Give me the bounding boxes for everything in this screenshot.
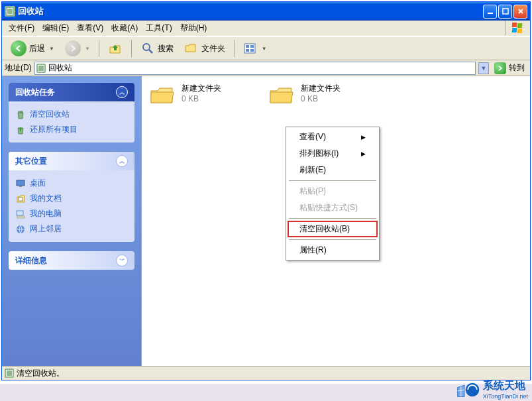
panel-tasks-header[interactable]: 回收站任务 ︽ <box>9 83 134 101</box>
toolbar: 后退 ▼ ▼ 搜索 文件夹 ▼ <box>2 36 530 60</box>
context-refresh[interactable]: 刷新(E) <box>288 162 378 178</box>
minimize-button[interactable] <box>483 5 497 19</box>
views-button[interactable]: ▼ <box>239 38 272 58</box>
back-label: 后退 <box>29 43 45 54</box>
back-arrow-icon <box>11 40 27 56</box>
forward-dropdown-icon[interactable]: ▼ <box>85 46 90 52</box>
panel-tasks: 回收站任务 ︽ 清空回收站 还原所有项目 <box>9 83 134 143</box>
submenu-arrow-icon: ▶ <box>361 134 366 141</box>
menu-edit[interactable]: 编辑(E) <box>38 21 73 35</box>
documents-icon <box>15 194 26 204</box>
context-properties[interactable]: 属性(R) <box>288 242 378 258</box>
network-icon <box>15 224 26 235</box>
folders-icon <box>184 41 199 56</box>
forward-arrow-icon <box>65 40 81 56</box>
svg-rect-13 <box>17 216 25 218</box>
expand-icon[interactable]: ︾ <box>116 255 128 266</box>
folders-button[interactable]: 文件夹 <box>180 38 230 58</box>
watermark: 系统天地 XiTongTianDi.net <box>456 379 528 400</box>
svg-rect-10 <box>19 186 22 187</box>
folders-label: 文件夹 <box>201 43 225 54</box>
window-buttons <box>483 5 527 19</box>
svg-rect-6 <box>246 49 249 52</box>
file-name: 新建文件夹 <box>301 83 341 94</box>
addressbar: 地址(D) 回收站 ▼ 转到 <box>2 60 530 76</box>
panel-details: 详细信息 ︾ <box>9 251 134 270</box>
sidebar-item-label: 网上邻居 <box>30 223 62 235</box>
file-item[interactable]: 新建文件夹 0 KB <box>266 82 372 108</box>
maximize-button[interactable] <box>498 5 512 19</box>
back-button[interactable]: 后退 ▼ <box>6 38 59 59</box>
search-icon <box>140 41 155 56</box>
panel-tasks-title: 回收站任务 <box>15 87 55 98</box>
menu-file[interactable]: 文件(F) <box>5 21 38 35</box>
go-label: 转到 <box>509 62 525 74</box>
svg-rect-12 <box>17 211 23 215</box>
address-dropdown-button[interactable]: ▼ <box>478 62 489 74</box>
sidebar-item-documents[interactable]: 我的文档 <box>15 191 128 206</box>
views-dropdown-icon[interactable]: ▼ <box>262 46 267 52</box>
svg-rect-0 <box>488 13 493 14</box>
sidebar-item-label: 我的文档 <box>30 193 62 204</box>
sidebar-item-restore-all[interactable]: 还原所有项目 <box>15 122 128 137</box>
address-field[interactable]: 回收站 <box>34 62 476 75</box>
context-menu: 查看(V) ▶ 排列图标(I) ▶ 刷新(E) 粘贴(P) 粘贴快捷方式(S) … <box>286 127 380 260</box>
separator <box>131 40 132 57</box>
separator <box>99 40 99 57</box>
sidebar-item-desktop[interactable]: 桌面 <box>15 176 128 191</box>
svg-point-2 <box>143 44 150 50</box>
file-meta: 0 KB <box>301 94 341 103</box>
watermark-logo-icon <box>456 380 480 400</box>
sidebar-item-empty-recycle[interactable]: 清空回收站 <box>15 107 128 122</box>
menu-help[interactable]: 帮助(H) <box>176 21 211 35</box>
up-folder-icon <box>108 41 123 56</box>
svg-rect-1 <box>503 9 508 14</box>
address-value: 回收站 <box>48 62 474 74</box>
go-button[interactable]: 转到 <box>492 62 527 74</box>
bottom-strip <box>0 384 532 401</box>
svg-rect-8 <box>19 111 23 113</box>
back-dropdown-icon[interactable]: ▼ <box>49 46 54 52</box>
computer-icon <box>15 209 26 219</box>
sidebar-item-computer[interactable]: 我的电脑 <box>15 206 128 221</box>
file-meta: 0 KB <box>182 94 221 103</box>
menubar: 文件(F) 编辑(E) 查看(V) 收藏(A) 工具(T) 帮助(H) <box>2 21 530 36</box>
windows-logo-icon <box>505 21 529 35</box>
sidebar-item-network[interactable]: 网上邻居 <box>15 221 128 237</box>
sidebar-item-label: 我的电脑 <box>30 208 62 219</box>
sidebar-item-label: 清空回收站 <box>30 109 70 120</box>
up-button[interactable] <box>103 38 127 58</box>
panel-details-title: 详细信息 <box>15 255 47 266</box>
explorer-window: 回收站 文件(F) 编辑(E) 查看(V) 收藏(A) 工具(T) 帮助(H) … <box>1 1 531 380</box>
status-text: 清空回收站。 <box>17 368 64 379</box>
forward-button[interactable]: ▼ <box>60 38 95 59</box>
panel-places-header[interactable]: 其它位置 ︽ <box>9 152 134 170</box>
recycle-bin-icon <box>5 6 15 17</box>
svg-rect-9 <box>17 180 25 186</box>
menu-favorites[interactable]: 收藏(A) <box>107 21 142 35</box>
titlebar[interactable]: 回收站 <box>2 2 530 21</box>
file-item[interactable]: 新建文件夹 0 KB <box>147 82 253 108</box>
menu-separator <box>289 180 376 181</box>
menu-view[interactable]: 查看(V) <box>73 21 107 35</box>
recycle-bin-icon <box>15 109 26 120</box>
collapse-icon[interactable]: ︽ <box>116 155 128 167</box>
sidebar: 回收站任务 ︽ 清空回收站 还原所有项目 其它位置 <box>2 76 141 366</box>
menu-separator <box>289 239 376 240</box>
menu-tools[interactable]: 工具(T) <box>142 21 176 35</box>
panel-places: 其它位置 ︽ 桌面 我的文档 我的电脑 <box>9 152 134 242</box>
context-empty-recycle-bin[interactable]: 清空回收站(B) <box>288 221 378 237</box>
separator <box>234 40 235 57</box>
menu-separator <box>289 218 376 219</box>
panel-details-header[interactable]: 详细信息 ︾ <box>9 251 134 270</box>
search-button[interactable]: 搜索 <box>136 38 178 58</box>
folder-icon <box>268 83 295 107</box>
collapse-icon[interactable]: ︽ <box>116 86 128 98</box>
close-button[interactable] <box>513 5 527 19</box>
context-view[interactable]: 查看(V) ▶ <box>288 129 378 145</box>
context-arrange[interactable]: 排列图标(I) ▶ <box>288 145 378 162</box>
file-name: 新建文件夹 <box>182 83 221 94</box>
address-label: 地址(D) <box>5 62 32 74</box>
body: 回收站任务 ︽ 清空回收站 还原所有项目 其它位置 <box>2 76 530 366</box>
svg-rect-11 <box>19 198 23 201</box>
